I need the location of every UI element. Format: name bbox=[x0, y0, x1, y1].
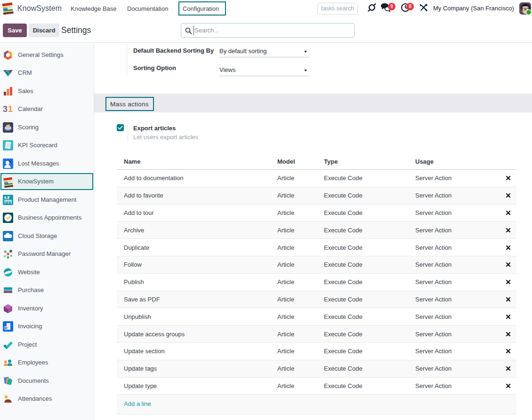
svg-text:$: $ bbox=[5, 326, 8, 330]
svg-text:1: 1 bbox=[8, 104, 13, 114]
svg-text:3: 3 bbox=[3, 104, 8, 114]
